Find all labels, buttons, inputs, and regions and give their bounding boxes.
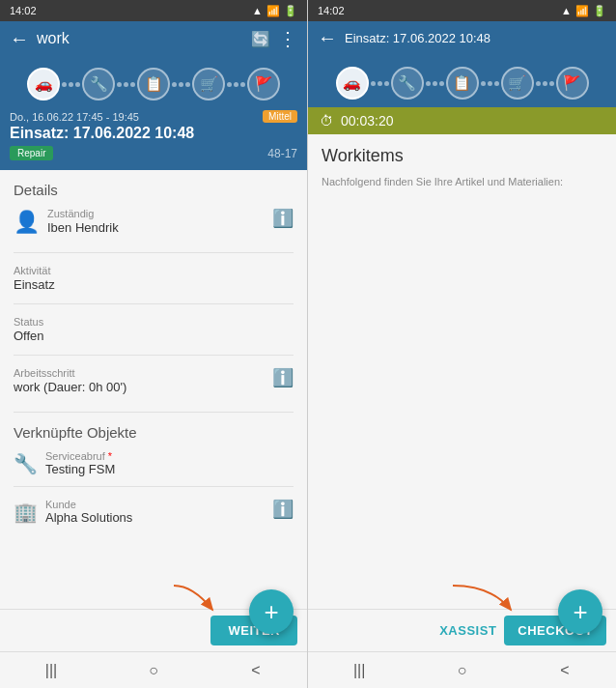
arrow-checkout <box>443 581 520 619</box>
status-item: Status Offen <box>14 316 294 343</box>
header-left: ← work 🔄 ⋮ <box>0 21 307 64</box>
content-right: Workitems Nachfolgend finden Sie Ihre Ar… <box>308 134 616 609</box>
battery-icon: 🔋 <box>284 5 297 17</box>
serviceabruf-value: Testing FSM <box>45 462 115 476</box>
divider-3 <box>14 355 294 356</box>
arbeitsschritt-label: Arbeitsschritt <box>14 367 126 379</box>
step-dot-r4 <box>536 81 554 86</box>
status-icons-left: ▲ 📶 🔋 <box>252 5 297 17</box>
header-top-left: ← work 🔄 ⋮ <box>10 27 297 50</box>
linked-serviceabruf: 🔧 Serviceabruf * Testing FSM <box>14 450 294 476</box>
step-5-right[interactable]: 🚩 <box>556 67 589 100</box>
aktivitaet-value: Einsatz <box>14 277 294 292</box>
step-4-right[interactable]: 🛒 <box>501 67 534 100</box>
person-icon: 👤 <box>14 210 40 235</box>
nav-back-left[interactable]: < <box>205 662 307 679</box>
header-bottom-left: Repair 48-17 <box>10 146 297 160</box>
status-label: Status <box>14 316 294 328</box>
step-dot-1 <box>62 82 80 87</box>
nav-menu-right[interactable]: ||| <box>308 662 410 679</box>
status-bar-left: 14:02 ▲ 📶 🔋 <box>0 0 307 21</box>
divider-1 <box>14 252 294 253</box>
back-button-right[interactable]: ← <box>318 27 337 49</box>
sync-icon[interactable]: 🔄 <box>251 30 270 48</box>
zustaendig-item: Zuständig Iben Hendrik <box>47 208 119 235</box>
workitems-subtitle: Nachfolgend finden Sie Ihre Artikel und … <box>322 176 602 187</box>
arbeitsschritt-item: Arbeitsschritt work (Dauer: 0h 00') <box>14 367 126 394</box>
step-3-right[interactable]: 📋 <box>446 67 479 100</box>
serviceabruf-label: Serviceabruf * <box>45 450 115 462</box>
info-icon-kunde[interactable]: ℹ️ <box>272 499 294 520</box>
fab-button-left[interactable]: + <box>249 589 294 634</box>
divider-2 <box>14 303 294 304</box>
content-left: Details 👤 Zuständig Iben Hendrik ℹ️ Akti… <box>0 170 307 609</box>
xassist-button[interactable]: XASSIST <box>439 623 496 638</box>
timer-icon: ⏱ <box>320 113 333 129</box>
zustaendig-value: Iben Hendrik <box>47 220 119 235</box>
aktivitaet-label: Aktivität <box>14 265 294 276</box>
header-right: ← Einsatz: 17.06.2022 10:48 <box>308 21 616 63</box>
header-icons-left: 🔄 ⋮ <box>251 27 297 50</box>
wifi-icon-right: ▲ <box>561 5 572 16</box>
badge-mittel: Mittel <box>263 110 297 123</box>
header-top-right: ← Einsatz: 17.06.2022 10:48 <box>318 27 606 49</box>
linked-kunde: 🏢 Kunde Alpha Solutions ℹ️ <box>14 499 294 525</box>
timer-value: 00:03:20 <box>341 113 394 129</box>
time-left: 14:02 <box>10 5 37 16</box>
more-menu-icon[interactable]: ⋮ <box>278 27 297 50</box>
required-star: * <box>108 450 112 462</box>
signal-icon-right: 📶 <box>575 5 589 17</box>
status-icons-right: ▲ 📶 🔋 <box>561 5 606 17</box>
step-5-left[interactable]: 🚩 <box>247 68 280 100</box>
workitems-title: Workitems <box>322 146 602 166</box>
wifi-icon: ▲ <box>252 5 263 16</box>
right-phone: 14:02 ▲ 📶 🔋 ← Einsatz: 17.06.2022 10:48 … <box>308 0 616 688</box>
step-1-right[interactable]: 🚗 <box>336 67 369 100</box>
nav-home-right[interactable]: ○ <box>410 662 513 679</box>
step-dot-r2 <box>426 81 444 86</box>
step-4-left[interactable]: 🛒 <box>192 68 225 100</box>
details-section-title: Details <box>14 182 294 198</box>
einsatz-title-left: Einsatz: 17.06.2022 10:48 <box>10 125 297 142</box>
divider-4 <box>14 412 294 413</box>
step-2-left[interactable]: 🔧 <box>82 68 115 100</box>
steps-bar-left: 🚗 🔧 📋 🛒 🚩 <box>0 64 307 108</box>
order-number: 48-17 <box>267 147 297 160</box>
field-zustaendig: 👤 Zuständig Iben Hendrik ℹ️ <box>14 208 294 246</box>
bottom-nav-right: ||| ○ < <box>308 651 616 688</box>
date-text: Do., 16.06.22 17:45 - 19:45 <box>10 111 139 123</box>
nav-back-right[interactable]: < <box>514 662 616 679</box>
step-1-left[interactable]: 🚗 <box>27 68 60 100</box>
zustaendig-label: Zuständig <box>47 208 119 219</box>
time-right: 14:02 <box>318 5 345 16</box>
badge-repair: Repair <box>10 146 53 160</box>
status-bar-right: 14:02 ▲ 📶 🔋 <box>308 0 616 21</box>
step-3-left[interactable]: 📋 <box>137 68 170 100</box>
arrow-weiter <box>164 581 222 619</box>
timer-bar: ⏱ 00:03:20 <box>308 107 616 134</box>
field-arbeitsschritt: Arbeitsschritt work (Dauer: 0h 00') ℹ️ <box>14 367 294 406</box>
step-2-right[interactable]: 🔧 <box>391 67 424 100</box>
right-header-title: Einsatz: 17.06.2022 10:48 <box>345 31 606 45</box>
kunde-label: Kunde <box>45 499 132 510</box>
step-dot-r3 <box>481 81 499 86</box>
header-details-left: Do., 16.06.22 17:45 - 19:45 Mittel Einsa… <box>0 108 307 170</box>
back-button-left[interactable]: ← <box>10 28 29 50</box>
left-phone: 14:02 ▲ 📶 🔋 ← work 🔄 ⋮ 🚗 🔧 📋 🛒 🚩 <box>0 0 308 688</box>
step-dot-r1 <box>371 81 389 86</box>
aktivitaet-item: Aktivität Einsatz <box>14 265 294 292</box>
arbeitsschritt-value: work (Dauer: 0h 00') <box>14 380 126 394</box>
info-icon-arbeitsschritt[interactable]: ℹ️ <box>272 367 294 388</box>
signal-icon: 📶 <box>266 5 280 17</box>
info-icon-zustaendig[interactable]: ℹ️ <box>272 208 294 229</box>
step-dot-3 <box>172 82 190 87</box>
nav-home-left[interactable]: ○ <box>102 662 205 679</box>
fab-button-right[interactable]: + <box>558 589 602 634</box>
linked-section-title: Verknüpfte Objekte <box>14 424 294 441</box>
divider-5 <box>14 486 294 487</box>
bottom-nav-left: ||| ○ < <box>0 651 307 688</box>
date-line: Do., 16.06.22 17:45 - 19:45 Mittel <box>10 110 297 123</box>
nav-menu-left[interactable]: ||| <box>0 662 102 679</box>
step-dot-4 <box>227 82 245 87</box>
steps-bar-right: 🚗 🔧 📋 🛒 🚩 <box>308 63 616 107</box>
